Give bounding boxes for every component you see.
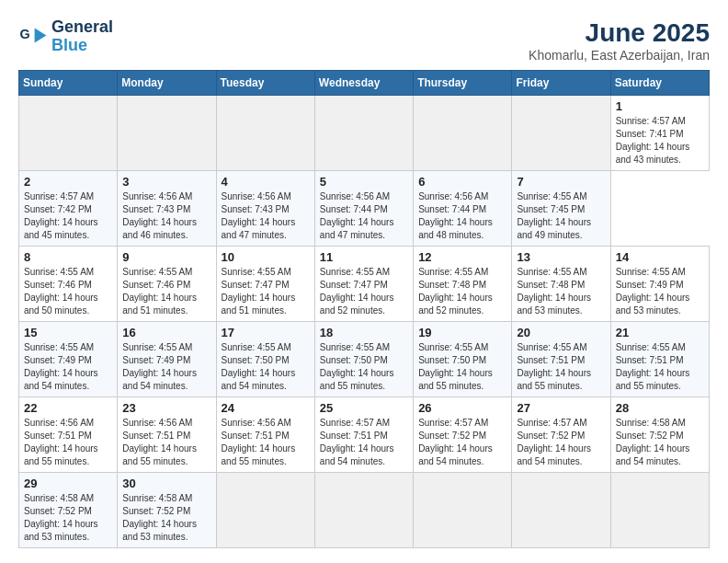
empty-cell — [118, 96, 216, 171]
day-cell-5: 5Sunrise: 4:56 AMSunset: 7:44 PMDaylight… — [314, 171, 413, 247]
day-cell-14: 14Sunrise: 4:55 AMSunset: 7:49 PMDayligh… — [610, 247, 709, 322]
calendar-header-row: SundayMondayTuesdayWednesdayThursdayFrid… — [19, 71, 710, 96]
calendar-week-1: 1Sunrise: 4:57 AMSunset: 7:41 PMDaylight… — [19, 96, 710, 171]
day-cell-11: 11Sunrise: 4:55 AMSunset: 7:47 PMDayligh… — [314, 247, 413, 322]
calendar-week-5: 22Sunrise: 4:56 AMSunset: 7:51 PMDayligh… — [19, 397, 710, 473]
day-cell-16: 16Sunrise: 4:55 AMSunset: 7:49 PMDayligh… — [118, 322, 216, 397]
empty-cell — [512, 473, 610, 548]
day-cell-27: 27Sunrise: 4:57 AMSunset: 7:52 PMDayligh… — [512, 397, 610, 473]
day-cell-13: 13Sunrise: 4:55 AMSunset: 7:48 PMDayligh… — [512, 247, 610, 322]
empty-cell — [216, 96, 314, 171]
empty-cell — [19, 96, 118, 171]
day-cell-24: 24Sunrise: 4:56 AMSunset: 7:51 PMDayligh… — [216, 397, 314, 473]
day-cell-21: 21Sunrise: 4:55 AMSunset: 7:51 PMDayligh… — [610, 322, 709, 397]
day-cell-19: 19Sunrise: 4:55 AMSunset: 7:50 PMDayligh… — [414, 322, 512, 397]
column-header-sunday: Sunday — [19, 71, 118, 96]
day-cell-30: 30Sunrise: 4:58 AMSunset: 7:52 PMDayligh… — [118, 473, 216, 548]
day-cell-28: 28Sunrise: 4:58 AMSunset: 7:52 PMDayligh… — [610, 397, 709, 473]
calendar-title-block: June 2025 Khomarlu, East Azerbaijan, Ira… — [529, 18, 710, 63]
day-cell-3: 3Sunrise: 4:56 AMSunset: 7:43 PMDaylight… — [118, 171, 216, 247]
column-header-wednesday: Wednesday — [314, 71, 413, 96]
day-cell-6: 6Sunrise: 4:56 AMSunset: 7:44 PMDaylight… — [414, 171, 512, 247]
page-header: G General Blue June 2025 Khomarlu, East … — [18, 18, 710, 63]
logo-icon: G — [18, 22, 48, 52]
column-header-thursday: Thursday — [414, 71, 512, 96]
svg-marker-1 — [35, 28, 47, 42]
empty-cell — [314, 96, 413, 171]
calendar-body: 1Sunrise: 4:57 AMSunset: 7:41 PMDaylight… — [19, 96, 710, 548]
day-cell-12: 12Sunrise: 4:55 AMSunset: 7:48 PMDayligh… — [414, 247, 512, 322]
logo-text: General Blue — [51, 18, 113, 55]
calendar-week-6: 29Sunrise: 4:58 AMSunset: 7:52 PMDayligh… — [19, 473, 710, 548]
empty-cell — [610, 473, 709, 548]
calendar-subtitle: Khomarlu, East Azerbaijan, Iran — [529, 48, 710, 63]
empty-cell — [414, 473, 512, 548]
day-cell-18: 18Sunrise: 4:55 AMSunset: 7:50 PMDayligh… — [314, 322, 413, 397]
column-header-saturday: Saturday — [610, 71, 709, 96]
empty-cell — [216, 473, 314, 548]
day-cell-4: 4Sunrise: 4:56 AMSunset: 7:43 PMDaylight… — [216, 171, 314, 247]
calendar-week-2: 2Sunrise: 4:57 AMSunset: 7:42 PMDaylight… — [19, 171, 710, 247]
day-cell-20: 20Sunrise: 4:55 AMSunset: 7:51 PMDayligh… — [512, 322, 610, 397]
empty-cell — [414, 96, 512, 171]
day-cell-29: 29Sunrise: 4:58 AMSunset: 7:52 PMDayligh… — [19, 473, 118, 548]
column-header-tuesday: Tuesday — [216, 71, 314, 96]
calendar-week-4: 15Sunrise: 4:55 AMSunset: 7:49 PMDayligh… — [19, 322, 710, 397]
empty-cell — [512, 96, 610, 171]
column-header-friday: Friday — [512, 71, 610, 96]
day-cell-22: 22Sunrise: 4:56 AMSunset: 7:51 PMDayligh… — [19, 397, 118, 473]
logo: G General Blue — [18, 18, 113, 55]
day-cell-23: 23Sunrise: 4:56 AMSunset: 7:51 PMDayligh… — [118, 397, 216, 473]
day-cell-17: 17Sunrise: 4:55 AMSunset: 7:50 PMDayligh… — [216, 322, 314, 397]
day-cell-15: 15Sunrise: 4:55 AMSunset: 7:49 PMDayligh… — [19, 322, 118, 397]
column-header-monday: Monday — [118, 71, 216, 96]
day-cell-8: 8Sunrise: 4:55 AMSunset: 7:46 PMDaylight… — [19, 247, 118, 322]
calendar-week-3: 8Sunrise: 4:55 AMSunset: 7:46 PMDaylight… — [19, 247, 710, 322]
calendar-header: SundayMondayTuesdayWednesdayThursdayFrid… — [19, 71, 710, 96]
svg-text:G: G — [20, 26, 30, 40]
day-cell-1: 1Sunrise: 4:57 AMSunset: 7:41 PMDaylight… — [610, 96, 709, 171]
day-cell-7: 7Sunrise: 4:55 AMSunset: 7:45 PMDaylight… — [512, 171, 610, 247]
calendar-title: June 2025 — [529, 18, 710, 48]
day-cell-25: 25Sunrise: 4:57 AMSunset: 7:51 PMDayligh… — [314, 397, 413, 473]
day-cell-9: 9Sunrise: 4:55 AMSunset: 7:46 PMDaylight… — [118, 247, 216, 322]
calendar-table: SundayMondayTuesdayWednesdayThursdayFrid… — [18, 70, 710, 548]
day-cell-10: 10Sunrise: 4:55 AMSunset: 7:47 PMDayligh… — [216, 247, 314, 322]
empty-cell — [314, 473, 413, 548]
day-cell-26: 26Sunrise: 4:57 AMSunset: 7:52 PMDayligh… — [414, 397, 512, 473]
day-cell-2: 2Sunrise: 4:57 AMSunset: 7:42 PMDaylight… — [19, 171, 118, 247]
